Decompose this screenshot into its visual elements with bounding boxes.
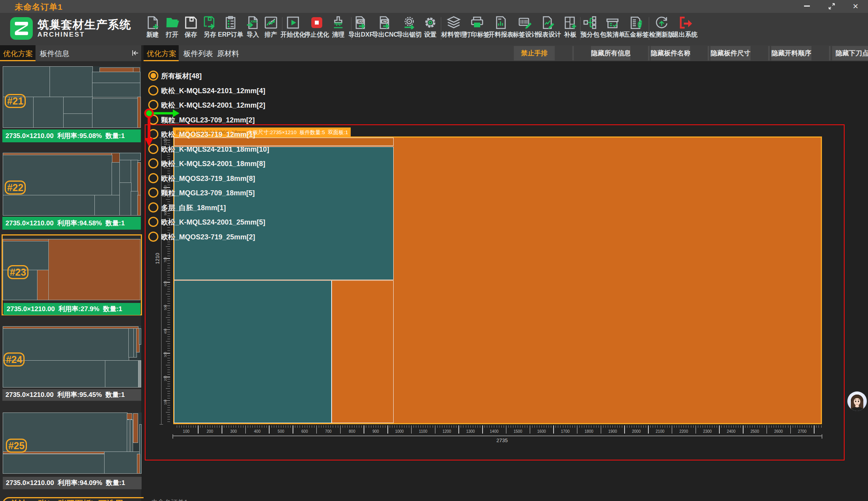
svg-text:DXF: DXF	[357, 19, 364, 23]
svg-text:CNC: CNC	[381, 19, 388, 23]
svg-text:XML: XML	[250, 19, 258, 23]
